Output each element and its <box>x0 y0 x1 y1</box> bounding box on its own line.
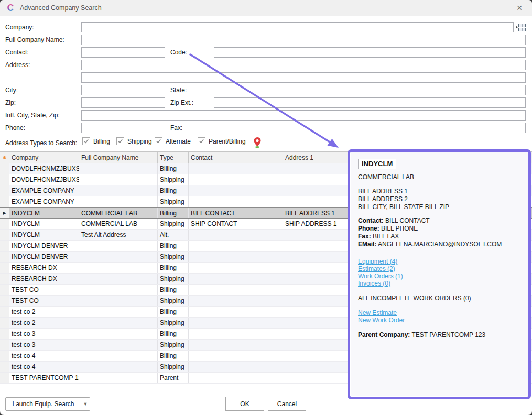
table-cell[interactable] <box>189 196 283 207</box>
table-cell[interactable] <box>79 351 158 361</box>
table-cell[interactable]: test co 3 <box>9 329 79 339</box>
table-cell[interactable] <box>189 307 283 317</box>
row-indicator[interactable] <box>0 285 9 295</box>
parent-billing-checkbox[interactable]: Parent/Billing <box>198 137 246 145</box>
table-cell[interactable]: TEST CO <box>9 296 79 306</box>
table-cell[interactable]: Shipping <box>158 174 189 185</box>
table-cell[interactable]: Shipping <box>158 252 189 262</box>
close-icon[interactable]: ✕ <box>512 3 527 13</box>
ok-button[interactable]: OK <box>225 397 264 411</box>
table-cell[interactable] <box>79 163 158 174</box>
table-cell[interactable]: Shipping <box>158 219 189 229</box>
table-cell[interactable] <box>189 318 283 328</box>
table-cell[interactable]: RESEARCH DX <box>9 274 79 284</box>
table-cell[interactable]: test co 4 <box>9 362 79 372</box>
table-cell[interactable] <box>79 318 158 328</box>
table-cell[interactable] <box>189 252 283 262</box>
contact-input[interactable] <box>81 47 165 58</box>
row-indicator[interactable] <box>0 362 9 372</box>
row-indicator[interactable] <box>0 185 9 196</box>
intl-city-state-zip-input[interactable] <box>81 110 526 121</box>
table-cell[interactable]: INDYCLM <box>9 219 79 229</box>
table-cell[interactable] <box>189 185 283 196</box>
table-cell[interactable] <box>79 296 158 306</box>
table-cell[interactable] <box>189 340 283 350</box>
table-cell[interactable] <box>189 263 283 273</box>
zip-input[interactable] <box>81 97 165 108</box>
row-indicator[interactable] <box>0 230 9 240</box>
estimates-link[interactable]: Estimates (2) <box>358 266 395 272</box>
column-header-company[interactable]: Company <box>9 152 79 163</box>
table-cell[interactable]: Billing <box>158 185 189 196</box>
alternate-checkbox[interactable]: Alternate <box>155 137 191 145</box>
table-cell[interactable]: Alt. <box>158 230 189 240</box>
shipping-checkbox[interactable]: Shipping <box>116 137 152 145</box>
current-row-indicator[interactable]: ▶ <box>0 208 9 218</box>
map-pin-icon[interactable] <box>253 137 262 150</box>
table-cell[interactable] <box>79 185 158 196</box>
table-cell[interactable]: test co 2 <box>9 318 79 328</box>
state-input[interactable] <box>214 85 526 95</box>
table-cell[interactable]: INDYCLM DENVER <box>9 241 79 251</box>
table-cell[interactable]: Shipping <box>158 362 189 372</box>
table-cell[interactable] <box>79 307 158 317</box>
row-indicator[interactable] <box>0 174 9 185</box>
table-cell[interactable]: INDYCLM <box>9 208 79 218</box>
column-header-contact[interactable]: Contact <box>189 152 283 163</box>
table-cell[interactable] <box>189 163 283 174</box>
cancel-button[interactable]: Cancel <box>268 397 306 411</box>
table-cell[interactable]: COMMERCIAL LAB <box>79 219 158 229</box>
table-cell[interactable]: Billing <box>158 241 189 251</box>
row-indicator[interactable] <box>0 340 9 350</box>
table-cell[interactable]: Shipping <box>158 318 189 328</box>
table-cell[interactable]: TEST PARENTCOMP 123 <box>9 373 79 383</box>
table-cell[interactable] <box>79 285 158 295</box>
phone-input[interactable] <box>81 123 165 133</box>
table-cell[interactable]: Billing <box>158 163 189 174</box>
row-indicator[interactable] <box>0 351 9 361</box>
row-indicator[interactable] <box>0 241 9 251</box>
new-estimate-link[interactable]: New Estimate <box>358 310 397 316</box>
table-cell[interactable]: TEST CO <box>9 285 79 295</box>
table-cell[interactable]: Billing <box>158 208 189 218</box>
table-cell[interactable] <box>79 252 158 262</box>
table-cell[interactable]: Billing <box>158 263 189 273</box>
address-line2-input[interactable] <box>81 72 526 83</box>
table-cell[interactable]: Shipping <box>158 196 189 207</box>
row-indicator[interactable] <box>0 196 9 207</box>
table-cell[interactable]: EXAMPLE COMPANY <box>9 185 79 196</box>
city-input[interactable] <box>81 85 165 95</box>
table-cell[interactable]: Shipping <box>158 274 189 284</box>
row-indicator[interactable] <box>0 373 9 383</box>
table-cell[interactable] <box>79 241 158 251</box>
company-input[interactable] <box>81 22 514 32</box>
row-indicator[interactable] <box>0 163 9 174</box>
table-cell[interactable] <box>189 362 283 372</box>
table-cell[interactable]: test co 3 <box>9 340 79 350</box>
table-cell[interactable]: Billing <box>158 351 189 361</box>
row-indicator[interactable] <box>0 274 9 284</box>
table-cell[interactable]: test co 2 <box>9 307 79 317</box>
table-cell[interactable]: INDYCLM DENVER <box>9 252 79 262</box>
table-cell[interactable] <box>79 196 158 207</box>
launch-equip-search-dropdown[interactable]: ▼ <box>81 397 90 411</box>
work-orders-link[interactable]: Work Orders (1) <box>358 273 403 280</box>
row-indicator[interactable] <box>0 219 9 229</box>
table-cell[interactable] <box>189 285 283 295</box>
invoices-link[interactable]: Invoices (0) <box>358 280 390 287</box>
table-cell[interactable] <box>79 274 158 284</box>
row-indicator[interactable] <box>0 318 9 328</box>
table-cell[interactable]: Test Alt Address <box>79 230 158 240</box>
zip-ext-input[interactable] <box>214 97 526 108</box>
table-cell[interactable] <box>189 174 283 185</box>
table-cell[interactable]: DOVDLFHCNMZJBUXSLFC <box>9 163 79 174</box>
row-indicator[interactable] <box>0 263 9 273</box>
new-work-order-link[interactable]: New Work Order <box>358 317 405 324</box>
table-cell[interactable]: INDYCLM <box>9 230 79 240</box>
table-cell[interactable]: Shipping <box>158 296 189 306</box>
table-cell[interactable] <box>79 362 158 372</box>
fax-input[interactable] <box>214 123 526 133</box>
row-indicator[interactable] <box>0 329 9 339</box>
table-cell[interactable]: Billing <box>158 329 189 339</box>
column-header-full-company-name[interactable]: Full Company Name <box>79 152 158 163</box>
